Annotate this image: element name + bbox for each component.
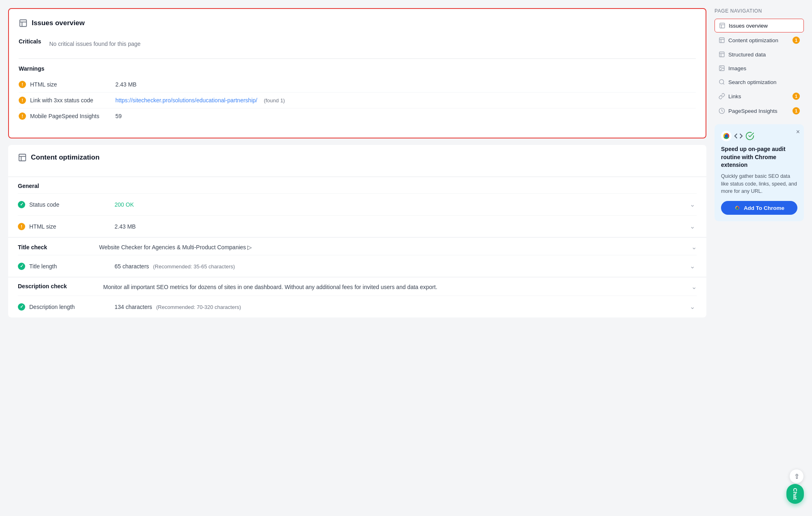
links-nav-icon <box>719 93 725 99</box>
content-opt-title: Content optimization <box>31 153 100 162</box>
status-code-value: 200 OK <box>115 201 684 208</box>
warning-name-html-size: HTML size <box>30 81 111 88</box>
title-length-recommended: (Recommended: 35-65 characters) <box>153 263 235 270</box>
issues-overview-card: Issues overview Criticals No critical is… <box>8 8 706 138</box>
warning-icon-html-size: ! <box>19 81 26 88</box>
issues-overview-nav-icon <box>719 22 725 29</box>
warnings-label: Warnings <box>19 65 696 72</box>
html-size-chevron[interactable]: ⌄ <box>688 221 697 232</box>
code-icon <box>734 132 743 140</box>
sidebar-label-pagespeed: PageSpeed Insights <box>728 108 777 114</box>
sidebar-item-links[interactable]: Links 1 <box>715 89 804 103</box>
chrome-btn-icon <box>734 205 741 211</box>
svg-rect-0 <box>20 20 27 27</box>
sidebar-nav-title: Page navigation <box>715 8 804 14</box>
checkmark-icon <box>745 132 754 140</box>
check-icon-status-code: ✓ <box>18 201 25 208</box>
description-length-row: ✓ Description length 134 characters (Rec… <box>18 296 697 317</box>
desc-length-recommended: (Recommended: 70-320 characters) <box>156 304 241 310</box>
description-length-chevron[interactable]: ⌄ <box>688 301 697 312</box>
criticals-value: No critical issues found for this page <box>49 41 141 47</box>
description-check-label: Description check <box>18 283 99 289</box>
general-section: General ✓ Status code 200 OK ⌄ ! HTML si… <box>8 177 706 237</box>
sidebar-label-images: Images <box>728 65 746 71</box>
description-check-section: Description check Monitor all important … <box>8 277 706 317</box>
warnings-block: Warnings ! HTML size 2.43 MB ! Link with… <box>19 65 696 124</box>
issues-overview-icon <box>19 19 28 28</box>
sidebar-item-issues-overview[interactable]: Issues overview <box>715 19 804 32</box>
criticals-row: Criticals No critical issues found for t… <box>19 36 696 52</box>
title-check-label: Title check <box>18 244 99 250</box>
warning-name-pagespeed: Mobile PageSpeed Insights <box>30 113 111 119</box>
search-opt-nav-icon <box>719 79 725 85</box>
add-to-chrome-button[interactable]: Add To Chrome <box>721 201 797 215</box>
title-length-value: 65 characters (Recommended: 35-65 charac… <box>115 263 684 270</box>
svg-rect-6 <box>720 23 725 28</box>
svg-point-16 <box>721 67 721 68</box>
warning-value-pagespeed: 59 <box>115 113 122 119</box>
links-badge: 1 <box>793 93 800 100</box>
content-opt-nav-icon <box>719 37 725 43</box>
svg-line-18 <box>723 83 724 84</box>
sidebar-item-search-optimization[interactable]: Search optimization <box>715 76 804 89</box>
chrome-card-title: Speed up on-page audit routine with Chro… <box>721 145 797 169</box>
section-divider <box>19 58 696 59</box>
sidebar: Page navigation Issues overview <box>715 8 804 508</box>
pagespeed-badge: 1 <box>793 107 800 114</box>
warning-row-pagespeed: ! Mobile PageSpeed Insights 59 <box>19 108 696 124</box>
svg-point-17 <box>719 80 724 84</box>
html-size-name: HTML size <box>29 223 110 230</box>
check-icon-desc-length: ✓ <box>18 303 25 311</box>
sidebar-label-issues-overview: Issues overview <box>729 23 768 29</box>
html-size-row: ! HTML size 2.43 MB ⌄ <box>18 216 697 237</box>
content-opt-section-header: Content optimization <box>18 153 697 162</box>
sidebar-label-links: Links <box>728 93 741 99</box>
title-length-chevron[interactable]: ⌄ <box>688 261 697 272</box>
svg-rect-9 <box>719 38 724 43</box>
chrome-card-description: Quickly gather basic SEO data like statu… <box>721 173 797 195</box>
sidebar-item-structured-data[interactable]: Structured data <box>715 48 804 61</box>
warning-value-html-size: 2.43 MB <box>115 81 136 88</box>
chrome-extension-card: × <box>715 124 804 221</box>
status-code-row: ✓ Status code 200 OK ⌄ <box>18 194 697 216</box>
check-icon-title-length: ✓ <box>18 263 25 270</box>
status-code-name: Status code <box>29 201 110 208</box>
chrome-card-close-button[interactable]: × <box>796 128 800 136</box>
description-check-value: Monitor all important SEO metrics for do… <box>103 283 687 291</box>
content-optimization-card: Content optimization General ✓ Status co… <box>8 145 706 317</box>
sidebar-nav: Issues overview Content optimization 1 <box>715 19 804 118</box>
status-code-chevron[interactable]: ⌄ <box>688 199 697 210</box>
warning-row-3xx: ! Link with 3xx status code https://site… <box>19 93 696 108</box>
description-length-name: Description length <box>29 304 110 310</box>
html-size-value: 2.43 MB <box>115 223 684 230</box>
chat-label: Chat <box>792 488 798 500</box>
title-check-section: Title check Website Checker for Agencies… <box>8 237 706 277</box>
issues-overview-title: Issues overview <box>32 19 84 27</box>
sidebar-item-pagespeed[interactable]: PageSpeed Insights 1 <box>715 104 804 118</box>
issues-overview-header: Issues overview <box>19 19 696 28</box>
description-chevron: ⌄ <box>691 283 697 291</box>
warning-icon-pagespeed: ! <box>19 112 26 120</box>
warning-link-3xx[interactable]: https://sitechecker.pro/solutions/educat… <box>115 97 257 104</box>
chat-button[interactable]: Chat <box>786 484 804 504</box>
description-check-header: Description check Monitor all important … <box>18 277 697 296</box>
title-check-chevron: ⌄ <box>691 243 697 251</box>
svg-rect-12 <box>719 52 724 57</box>
title-length-row: ✓ Title length 65 characters (Recommende… <box>18 255 697 277</box>
general-label: General <box>18 177 697 194</box>
sidebar-item-content-optimization[interactable]: Content optimization 1 <box>715 33 804 47</box>
title-check-header: Title check Website Checker for Agencies… <box>18 237 697 255</box>
criticals-block: Criticals No critical issues found for t… <box>19 36 696 52</box>
pagespeed-nav-icon <box>719 108 725 114</box>
description-length-value: 134 characters (Recommended: 70-320 char… <box>115 304 684 310</box>
sidebar-label-content-opt: Content optimization <box>728 37 778 43</box>
warning-icon-3xx: ! <box>19 97 26 104</box>
chrome-card-icons <box>721 131 797 141</box>
sidebar-label-structured-data: Structured data <box>728 52 766 58</box>
content-opt-header: Content optimization <box>8 145 706 177</box>
svg-point-22 <box>725 134 728 138</box>
sidebar-item-images[interactable]: Images <box>715 62 804 75</box>
content-opt-icon <box>18 153 27 162</box>
warning-found-3xx: (found 1) <box>264 97 285 104</box>
scroll-to-top-button[interactable]: ⇧ <box>789 469 804 484</box>
